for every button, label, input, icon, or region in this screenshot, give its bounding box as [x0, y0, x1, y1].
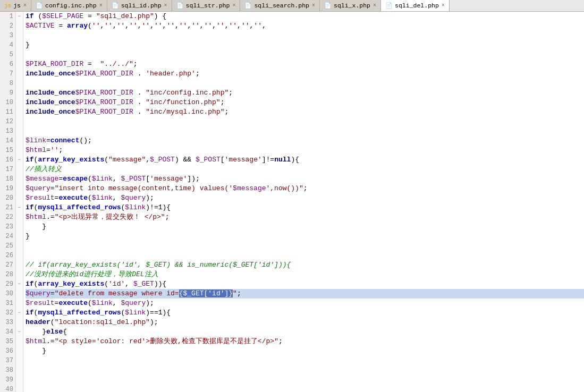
tab-label-sqli_search: sqli_search.php — [254, 2, 309, 9]
tab-close-config[interactable]: × — [99, 3, 103, 8]
code-line-17: //插入转义 — [26, 165, 584, 174]
fold-marker-5 — [16, 50, 23, 59]
fold-marker-4 — [16, 40, 23, 50]
fold-marker-39 — [16, 375, 23, 385]
code-line-38 — [26, 365, 584, 375]
fold-marker-1[interactable]: − — [16, 12, 23, 21]
line-number-30: 30 — [2, 289, 13, 299]
tab-close-sqli_search[interactable]: × — [312, 3, 315, 8]
code-line-24: } — [26, 232, 584, 241]
tab-close-sqli_id[interactable]: × — [164, 3, 167, 8]
code-line-23: } — [26, 222, 584, 232]
code-line-26 — [26, 251, 584, 260]
code-line-11: include_once $PIKA_ROOT_DIR . "inc/mysql… — [26, 107, 584, 117]
tab-close-sqli_del[interactable]: × — [442, 3, 445, 8]
tab-icon-sqli_del: 📄 — [385, 2, 393, 9]
tab-config[interactable]: 📄config.inc.php× — [31, 0, 107, 11]
fold-marker-21[interactable]: − — [16, 203, 23, 212]
code-line-27: // if(array_key_exists('id', $_GET) && i… — [26, 260, 584, 270]
line-number-3: 3 — [2, 31, 13, 40]
tab-close-sqli_x[interactable]: × — [373, 3, 376, 8]
line-number-12: 12 — [2, 117, 13, 126]
line-number-4: 4 — [2, 40, 13, 50]
fold-marker-40 — [16, 385, 23, 392]
code-line-21: if(mysqli_affected_rows($link)!=1){ — [26, 203, 584, 212]
line-number-17: 17 — [2, 165, 13, 174]
line-number-9: 9 — [2, 88, 13, 98]
fold-marker-16[interactable]: − — [16, 155, 23, 165]
tab-icon-sqli_search: 📄 — [244, 2, 252, 9]
code-line-28: //没对传进来的id进行处理，导致DEL注入 — [26, 270, 584, 279]
code-line-16: if(array_key_exists("message",$_POST) &&… — [26, 155, 584, 165]
tab-icon-config: 📄 — [36, 2, 43, 9]
code-line-1: if ($SELF_PAGE = "sqli_del.php") { — [26, 12, 584, 21]
fold-marker-3 — [16, 31, 23, 40]
code-line-20: $result=execute($link, $query); — [26, 193, 584, 203]
line-number-40: 40 — [2, 385, 13, 392]
code-line-15: $html=''; — [26, 146, 584, 155]
code-content: if ($SELF_PAGE = "sqli_del.php") { $ACTI… — [23, 12, 584, 392]
tab-sqli_id[interactable]: 📄sqli_id.php× — [107, 0, 172, 11]
fold-marker-29[interactable]: − — [16, 279, 23, 289]
line-number-31: 31 — [2, 299, 13, 308]
fold-marker-20 — [16, 193, 23, 203]
tab-close-js[interactable]: × — [23, 3, 27, 8]
tab-sqli_x[interactable]: 📄sqli_x.php× — [320, 0, 381, 11]
line-number-14: 14 — [2, 136, 13, 146]
line-number-6: 6 — [2, 59, 13, 69]
tab-sqli_search[interactable]: 📄sqli_search.php× — [240, 0, 320, 11]
tab-label-config: config.inc.php — [45, 2, 97, 9]
tab-sqli_del[interactable]: 📄sqli_del.php× — [381, 0, 450, 12]
fold-marker-30 — [16, 289, 23, 299]
code-line-10: include_once $PIKA_ROOT_DIR . "inc/funct… — [26, 98, 584, 107]
code-line-9: include_once $PIKA_ROOT_DIR . "inc/confi… — [26, 88, 584, 98]
fold-marker-12 — [16, 117, 23, 126]
fold-marker-36 — [16, 346, 23, 356]
tab-icon-js: js — [4, 3, 11, 9]
tab-label-sqli_x: sqli_x.php — [334, 2, 370, 9]
line-number-20: 20 — [2, 193, 13, 203]
fold-marker-38 — [16, 365, 23, 375]
code-line-39 — [26, 375, 584, 385]
line-numbers: 1234567891011121314151617181920212223242… — [0, 12, 16, 392]
fold-marker-22 — [16, 212, 23, 222]
line-number-28: 28 — [2, 270, 13, 279]
fold-marker-6 — [16, 59, 23, 69]
fold-marker-23 — [16, 222, 23, 232]
code-line-33: header("location:sqli_del.php"); — [26, 318, 584, 327]
code-line-40 — [26, 385, 584, 392]
line-number-10: 10 — [2, 98, 13, 107]
fold-marker-31 — [16, 299, 23, 308]
code-line-31: $result=execute($link, $query); — [26, 299, 584, 308]
code-line-19: $query="insert into message(content,time… — [26, 184, 584, 193]
line-number-32: 32 — [2, 308, 13, 318]
tab-sqli_str[interactable]: 📄sqli_str.php× — [172, 0, 241, 11]
line-number-24: 24 — [2, 232, 13, 241]
tab-js[interactable]: jsjs× — [0, 0, 31, 11]
code-line-36: } — [26, 346, 584, 356]
line-number-19: 19 — [2, 184, 13, 193]
line-number-29: 29 — [2, 279, 13, 289]
code-line-14: $link=connect(); — [26, 136, 584, 146]
line-number-21: 21 — [2, 203, 13, 212]
code-line-12 — [26, 117, 584, 126]
line-number-25: 25 — [2, 241, 13, 251]
fold-marker-13 — [16, 126, 23, 136]
code-line-3 — [26, 31, 584, 40]
fold-marker-2 — [16, 21, 23, 31]
line-number-34: 34 — [2, 327, 13, 337]
fold-marker-34[interactable]: − — [16, 327, 23, 337]
line-number-5: 5 — [2, 50, 13, 59]
line-number-7: 7 — [2, 69, 13, 79]
tab-icon-sqli_id: 📄 — [112, 2, 119, 9]
code-line-30: $query="delete from message where id={$_… — [26, 289, 584, 299]
line-number-36: 36 — [2, 346, 13, 356]
fold-marker-32[interactable]: − — [16, 308, 23, 318]
tab-close-sqli_str[interactable]: × — [232, 3, 235, 8]
line-number-27: 27 — [2, 260, 13, 270]
tab-label-js: js — [13, 2, 21, 9]
code-area[interactable]: 1234567891011121314151617181920212223242… — [0, 12, 584, 392]
line-number-33: 33 — [2, 318, 13, 327]
line-number-2: 2 — [2, 21, 13, 31]
code-line-29: if(array_key_exists('id', $_GET)){ — [26, 279, 584, 289]
